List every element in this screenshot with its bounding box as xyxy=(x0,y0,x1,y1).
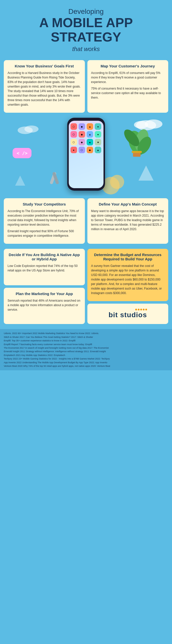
card-decide-title: Decide If You Are Building A Native App … xyxy=(8,253,81,261)
card-know-body: According to a Harvard Business study in… xyxy=(8,71,81,107)
logo-dot-3 xyxy=(140,309,142,310)
svg-point-8 xyxy=(110,175,124,189)
code-tag-decoration: < /> xyxy=(13,148,31,158)
card-define-title: Define Your App's Main Concept xyxy=(91,202,165,206)
card-budget-body: A survey from Gartner revealed that the … xyxy=(91,264,165,295)
card-study-title: Study Your Competitors xyxy=(8,202,81,206)
svg-point-4 xyxy=(24,126,39,133)
logo-dot-1 xyxy=(135,309,137,310)
header-developing: Developing xyxy=(5,8,167,16)
references-section: Udonis. 2022 60+ Important 2022 Mobile M… xyxy=(0,329,172,370)
study-define-row: Study Your Competitors According to The … xyxy=(4,198,168,244)
header-main-title: A MOBILE APP STRATEGY xyxy=(5,16,167,44)
card-map-body: According to Emplifi, 61% of consumers w… xyxy=(91,71,165,100)
svg-marker-6 xyxy=(15,176,25,186)
card-map-title: Map Your Customer's Journey xyxy=(91,64,165,68)
logo-text: bit studios xyxy=(109,311,147,319)
logo-card: bit studios xyxy=(87,304,168,324)
card-marketing-body: Semrush reported that 46% of Americans s… xyxy=(8,298,81,312)
card-define-body: Many want to develop game apps because i… xyxy=(91,209,165,231)
bottom-left-column: Decide If You Are Building A Native App … xyxy=(4,249,85,324)
logo-dot-5 xyxy=(145,309,147,310)
card-marketing: Plan the Marketing for Your App Semrush … xyxy=(4,288,85,324)
logo-dot-4 xyxy=(143,309,145,310)
phone-illustration: < /> ⬡ ◆ ▲ ● ⬡ ◆ ▲ ● ⬡ ◆ xyxy=(0,115,172,196)
card-define-concept: Define Your App's Main Concept Many want… xyxy=(87,198,168,244)
card-budget-title: Determine the Budget and Resources Requi… xyxy=(91,253,165,261)
card-marketing-title: Plan the Marketing for Your App xyxy=(8,292,81,296)
logo-dot-2 xyxy=(138,309,140,310)
header-subtitle: that works xyxy=(5,46,167,53)
svg-marker-5 xyxy=(139,166,154,181)
card-know-goals: Know Your Business' Goals First Accordin… xyxy=(4,60,85,113)
card-study-competitors: Study Your Competitors According to The … xyxy=(4,198,85,244)
card-know-title: Know Your Business' Goals First xyxy=(8,64,81,68)
card-budget: Determine the Budget and Resources Requi… xyxy=(87,249,168,301)
card-study-body: According to The Economist Intelligence … xyxy=(8,209,81,238)
logo-dots xyxy=(109,309,147,310)
top-section: Know Your Business' Goals First Accordin… xyxy=(0,58,172,115)
svg-rect-14 xyxy=(132,151,142,153)
wrench-decoration xyxy=(45,171,65,191)
references-text: Udonis. 2022 60+ Important 2022 Mobile M… xyxy=(4,332,168,368)
card-decide-native: Decide If You Are Building A Native App … xyxy=(4,249,85,285)
middle-section: Study Your Competitors According to The … xyxy=(0,196,172,249)
bottom-right-column: Determine the Budget and Resources Requi… xyxy=(87,249,168,324)
card-map-journey: Map Your Customer's Journey According to… xyxy=(87,60,168,113)
phone-mockup: ⬡ ◆ ▲ ● ⬡ ◆ ▲ ● ⬡ ◆ ▲ ★ ● ⬡ ◆ ▲ xyxy=(67,118,105,191)
plant-decoration xyxy=(122,123,152,160)
header-section: Developing A MOBILE APP STRATEGY that wo… xyxy=(0,0,172,58)
card-decide-body: Low Code Explosion reported that 74% of … xyxy=(8,264,81,273)
decide-budget-row: Decide If You Are Building A Native App … xyxy=(4,249,168,324)
bottom-section: Decide If You Are Building A Native App … xyxy=(0,249,172,329)
logo-container: bit studios xyxy=(109,309,147,319)
